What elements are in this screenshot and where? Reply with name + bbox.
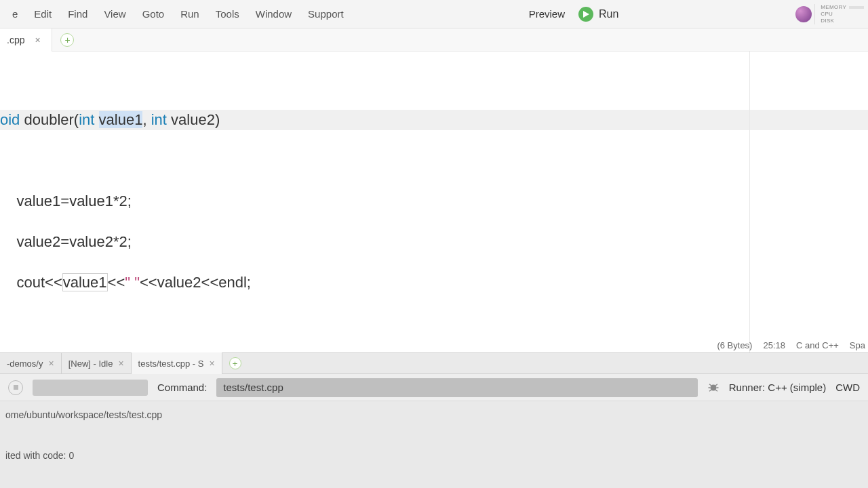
svg-line-4	[709, 384, 711, 385]
terminal-line: ited with code: 0	[5, 449, 863, 462]
status-bar: (6 Bytes) 25:18 C and C++ Spa	[717, 340, 865, 350]
close-icon[interactable]: ×	[118, 358, 123, 369]
terminal-tabstrip: -demos/y × [New] - Idle × tests/test.cpp…	[0, 352, 868, 374]
close-icon[interactable]: ×	[33, 35, 42, 45]
play-icon	[578, 7, 593, 22]
file-tab[interactable]: .cpp ×	[0, 28, 52, 52]
run-label: Run	[599, 8, 618, 20]
terminal-tab-label: [New] - Idle	[68, 359, 113, 369]
print-margin	[749, 52, 750, 352]
menu-find[interactable]: Find	[60, 5, 96, 22]
menu-window[interactable]: Window	[248, 5, 300, 22]
terminal-line	[5, 435, 863, 449]
close-icon[interactable]: ×	[209, 358, 214, 369]
bug-icon[interactable]	[707, 382, 719, 394]
svg-marker-0	[583, 11, 589, 18]
stop-icon	[14, 385, 18, 390]
command-label: Command:	[157, 382, 207, 393]
terminal-line	[5, 422, 863, 435]
stat-memory-label: MEMORY	[821, 4, 846, 11]
preview-button[interactable]: Preview	[521, 5, 573, 22]
terminal-tab-label: tests/test.cpp - S	[138, 359, 204, 369]
menubar: e Edit Find View Goto Run Tools Window S…	[0, 0, 868, 28]
status-bytes: (6 Bytes)	[717, 340, 752, 350]
menu-run[interactable]: Run	[172, 5, 208, 22]
menu-goto[interactable]: Goto	[134, 5, 173, 22]
command-input[interactable]: tests/test.cpp	[216, 378, 697, 397]
status-language[interactable]: C and C++	[796, 340, 839, 350]
menu-support[interactable]: Support	[300, 5, 352, 22]
status-cursor-pos: 25:18	[763, 340, 785, 350]
menu-tools[interactable]: Tools	[208, 5, 248, 22]
terminal-line: ome/ubuntu/workspace/tests/test.cpp	[5, 408, 863, 422]
stop-button[interactable]	[8, 380, 23, 395]
editor-wrap: oid doubler(int value1, int value2) valu…	[0, 52, 868, 352]
command-name-input[interactable]	[33, 380, 148, 396]
new-terminal-button[interactable]: +	[229, 357, 241, 369]
stat-cpu-label: CPU	[821, 11, 833, 18]
menu-edit[interactable]: Edit	[26, 5, 60, 22]
terminal-output[interactable]: ome/ubuntu/workspace/tests/test.cpp ited…	[0, 401, 868, 488]
menu-view[interactable]: View	[96, 5, 134, 22]
new-tab-button[interactable]: +	[60, 33, 74, 47]
terminal-tab-label: -demos/y	[7, 359, 43, 369]
command-bar: Command: tests/test.cpp Runner: C++ (sim…	[0, 374, 868, 401]
terminal-tab[interactable]: -demos/y ×	[0, 352, 62, 374]
status-indent[interactable]: Spa	[850, 340, 865, 350]
menu-file[interactable]: e	[4, 5, 26, 22]
file-tabstrip: .cpp × +	[0, 28, 868, 52]
svg-line-6	[709, 390, 711, 391]
avatar[interactable]	[795, 6, 812, 22]
runner-selector[interactable]: Runner: C++ (simple)	[729, 382, 826, 393]
close-icon[interactable]: ×	[48, 358, 54, 369]
run-button[interactable]: Run	[573, 5, 624, 23]
terminal-tab[interactable]: tests/test.cpp - S ×	[132, 352, 222, 374]
system-stats: MEMORY CPU DISK	[814, 4, 864, 24]
file-tab-label: .cpp	[7, 35, 24, 45]
cwd-selector[interactable]: CWD	[835, 382, 860, 393]
stat-disk-label: DISK	[821, 18, 834, 24]
code-editor[interactable]: oid doubler(int value1, int value2) valu…	[0, 52, 868, 352]
svg-line-5	[715, 384, 717, 385]
svg-line-7	[715, 390, 717, 391]
terminal-tab[interactable]: [New] - Idle ×	[62, 352, 132, 374]
